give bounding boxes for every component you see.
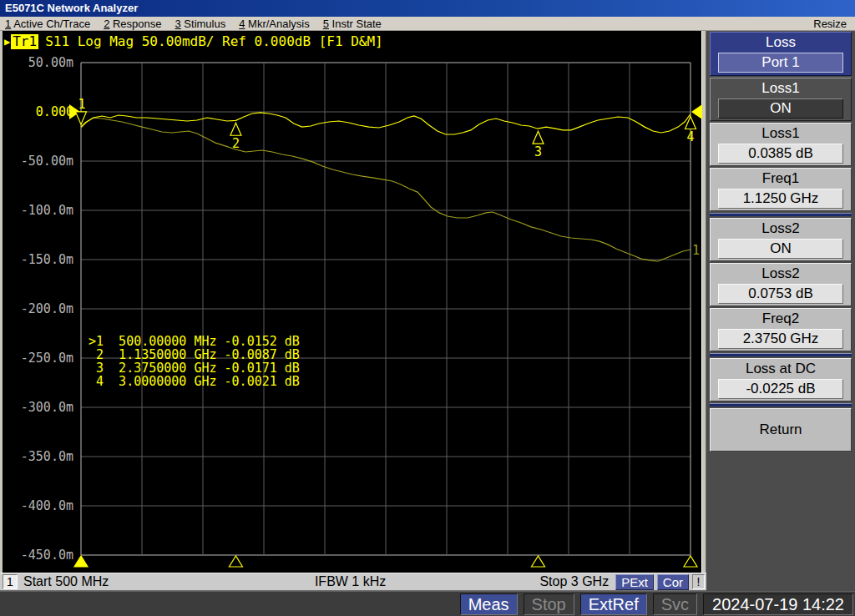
- softkey-value: -0.0225 dB: [718, 379, 843, 399]
- marker-readout-row-2: 2 1.1350000 GHz -0.0087 dB: [89, 348, 300, 361]
- marker-readout-row-3: 3 2.3750000 GHz -0.0171 dB: [89, 361, 300, 375]
- softkey-value: 1.1250 GHz: [718, 189, 843, 209]
- status-indicator-extref: ExtRef: [580, 593, 647, 615]
- menu-bar: 1 Active Ch/Trace2 Response3 Stimulus4 M…: [0, 17, 855, 31]
- softkey-menu: LossPort 1Loss1ONLoss10.0385 dBFreq11.12…: [706, 31, 855, 591]
- softkey-loss[interactable]: LossPort 1: [710, 32, 852, 76]
- softkey-freq1[interactable]: Freq11.1250 GHz: [710, 168, 852, 211]
- warning-indicator: !: [692, 574, 705, 589]
- softkey-value: ON: [718, 239, 843, 259]
- marker-readout-row-4: 4 3.0000000 GHz -0.0021 dB: [89, 375, 300, 388]
- softkey-label: Loss2: [711, 219, 851, 239]
- window-title: E5071C Network Analyzer: [5, 2, 138, 14]
- softkey-value: 0.0753 dB: [718, 284, 843, 304]
- channel-status-bar: 1 Start 500 MHz IFBW 1 kHz Stop 3 GHz PE…: [0, 573, 706, 591]
- status-indicator-meas: Meas: [460, 593, 518, 615]
- softkey-value: 0.0385 dB: [718, 144, 843, 164]
- softkey-value: ON: [718, 98, 843, 119]
- status-indicator-svc: Svc: [653, 593, 697, 615]
- status-indicator-stop: Stop: [524, 593, 574, 615]
- instrument-status-bar: MeasStopExtRefSvc2024-07-19 14:22: [0, 591, 855, 616]
- softkey-label: Loss at DC: [711, 359, 851, 379]
- softkey-loss2[interactable]: Loss20.0753 dB: [710, 263, 852, 306]
- active-trace-arrow-icon: ▶: [4, 34, 10, 49]
- softkey-return[interactable]: Return: [710, 408, 852, 452]
- softkey-group-separator: [710, 353, 852, 356]
- pext-status-badge: PExt: [615, 574, 654, 590]
- softkey-loss1[interactable]: Loss10.0385 dB: [710, 123, 852, 166]
- softkey-value: 2.3750 GHz: [718, 329, 843, 349]
- channel-bar-right: Stop 3 GHz PExt Cor !: [539, 574, 706, 590]
- trace-name-chip[interactable]: Tr1: [11, 34, 38, 49]
- ifbw-label: IFBW 1 kHz: [315, 574, 386, 589]
- softkey-value: Port 1: [718, 53, 843, 73]
- instrument-screen: [0, 31, 706, 573]
- softkey-loss1[interactable]: Loss1ON: [710, 78, 852, 121]
- menu-item-response[interactable]: 2 Response: [104, 18, 161, 30]
- menu-item-instr-state[interactable]: 5 Instr State: [323, 18, 382, 30]
- cor-status-badge: Cor: [657, 574, 689, 590]
- softkey-loss2[interactable]: Loss2ON: [710, 218, 852, 261]
- stop-frequency-label: Stop 3 GHz: [539, 574, 609, 589]
- marker-readout-row-1: >1 500.00000 MHz -0.0152 dB: [89, 335, 300, 348]
- softkey-group-separator: [710, 403, 852, 406]
- menu-item-active-ch-trace[interactable]: 1 Active Ch/Trace: [5, 18, 90, 30]
- softkey-loss-at-dc[interactable]: Loss at DC-0.0225 dB: [710, 358, 852, 401]
- channel-number-box: 1: [3, 574, 18, 589]
- datetime-display: 2024-07-19 14:22: [703, 593, 853, 615]
- softkey-freq2[interactable]: Freq22.3750 GHz: [710, 308, 852, 351]
- window-title-bar: E5071C Network Analyzer: [0, 0, 855, 17]
- trace-settings-text: S11 Log Mag 50.00mdB/ Ref 0.000dB [F1 D&…: [45, 34, 383, 49]
- softkey-label: Freq1: [711, 169, 851, 189]
- start-frequency-label: Start 500 MHz: [23, 574, 109, 589]
- softkey-label: Return: [711, 409, 851, 451]
- trace-header: ▶ Tr1 S11 Log Mag 50.00mdB/ Ref 0.000dB …: [4, 34, 383, 49]
- softkey-label: Loss: [711, 33, 851, 53]
- softkey-label: Loss1: [711, 78, 851, 98]
- softkey-group-separator: [710, 213, 852, 216]
- menu-item-stimulus[interactable]: 3 Stimulus: [175, 18, 226, 30]
- menu-item-resize[interactable]: Resize: [813, 18, 847, 30]
- softkey-label: Freq2: [711, 309, 851, 329]
- menu-item-mkr-analysis[interactable]: 4 Mkr/Analysis: [239, 18, 310, 30]
- softkey-stack: LossPort 1Loss1ONLoss10.0385 dBFreq11.12…: [706, 31, 855, 454]
- marker-readout-table: >1 500.00000 MHz -0.0152 dB 2 1.1350000 …: [89, 335, 300, 388]
- softkey-label: Loss2: [711, 264, 851, 284]
- softkey-label: Loss1: [711, 124, 851, 144]
